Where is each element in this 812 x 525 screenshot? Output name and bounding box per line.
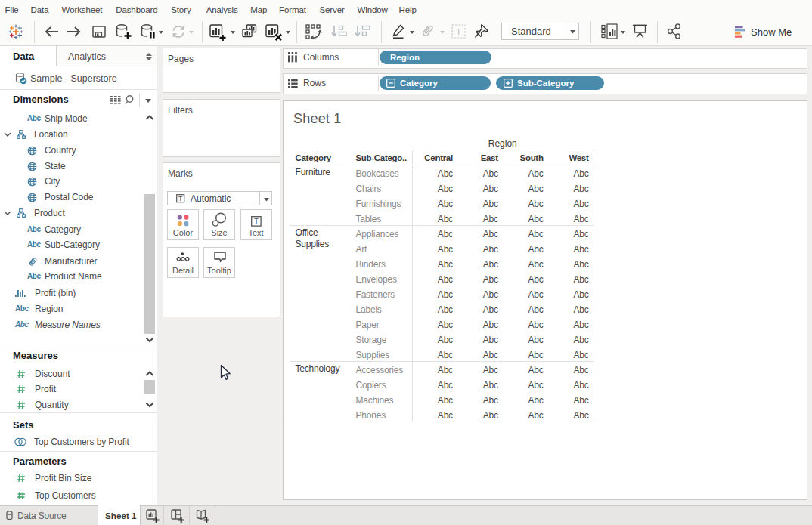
svg-text:T: T [178,195,182,202]
svg-text:T: T [254,218,259,226]
svg-text:T: T [456,27,461,36]
